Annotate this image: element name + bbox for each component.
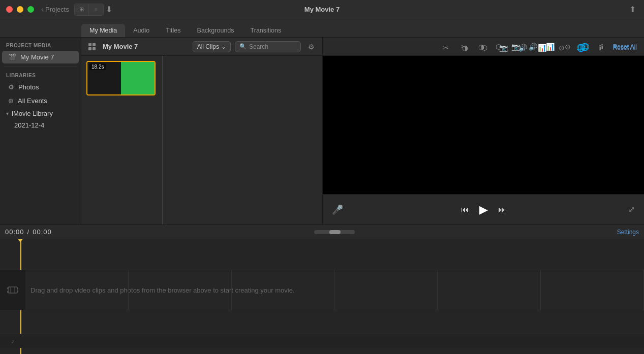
main-content: PROJECT MEDIA 🎬 My Movie 7 LIBRARIES ⚙ P… [0, 38, 644, 224]
sidebar-library-name: iMovie Library [12, 110, 53, 117]
svg-rect-7 [17, 287, 18, 289]
preview-video [323, 56, 644, 194]
clip-green-half [121, 62, 155, 94]
audio-track-icon: ♪ [0, 337, 25, 345]
tab-audio[interactable]: Audio [125, 24, 158, 37]
titlebar-actions: ⬆ [627, 4, 638, 15]
timeline-header: 00:00 / 00:00 Settings [0, 225, 644, 239]
timecode-separator: / [27, 228, 30, 236]
skip-back-button[interactable]: ⏮ [461, 205, 469, 214]
svg-rect-2 [88, 47, 91, 50]
scrubber-line [163, 56, 163, 224]
sidebar: PROJECT MEDIA 🎬 My Movie 7 LIBRARIES ⚙ P… [0, 38, 81, 224]
add-icon: ⊕ [8, 97, 14, 105]
clips-filter-dropdown[interactable]: All Clips ⌄ [193, 41, 231, 52]
sidebar-divider-1 [4, 66, 77, 67]
traffic-lights [6, 6, 34, 13]
fullscreen-button[interactable]: ⤢ [628, 205, 635, 214]
timeline-settings-button[interactable]: Settings [617, 229, 639, 236]
timeline-grid [25, 270, 644, 310]
search-box[interactable]: 🔍 [235, 41, 301, 52]
preview-panel: ✂ ◑ ⬡ 📷 🔊 📊 ⊙ 🌐 ℹ Reset All 🎤 ⏮ ▶ ⏭ ⤢ [323, 38, 644, 224]
view-toggle: ⊞ ≡ [74, 4, 104, 16]
globe-icon[interactable]: 🌐 [574, 41, 588, 54]
share-button[interactable]: ⬆ [627, 4, 638, 15]
titlebar-title: My Movie 7 [304, 6, 340, 13]
svg-rect-3 [93, 47, 96, 50]
crop-icon[interactable]: ⬡ [478, 41, 491, 54]
crop-tool-icon[interactable]: ✂ [439, 41, 452, 54]
zoom-track[interactable] [314, 230, 355, 234]
sidebar-item-my-movie[interactable]: 🎬 My Movie 7 [2, 51, 79, 63]
camera-icon[interactable]: 📷 [497, 41, 510, 54]
speedometer-icon[interactable]: 📊 [536, 41, 549, 54]
tab-backgrounds[interactable]: Backgrounds [189, 24, 242, 37]
stabilize-icon[interactable]: ⊙ [555, 41, 568, 54]
info-icon[interactable]: ℹ [594, 41, 607, 54]
libraries-label: LIBRARIES [0, 69, 81, 80]
close-button[interactable] [6, 6, 13, 13]
film-icon: 🎬 [8, 53, 16, 61]
timeline-grid-cell-3 [232, 270, 335, 310]
sidebar-all-events-label: All Events [18, 97, 47, 105]
browser-title: My Movie 7 [103, 43, 189, 50]
tabbar: My Media Audio Titles Backgrounds Transi… [0, 19, 644, 38]
timecode-current: 00:00 [5, 228, 24, 236]
clip-duration: 18.2s [89, 63, 106, 70]
share-icon: ⬆ [629, 5, 636, 14]
skip-forward-button[interactable]: ⏭ [498, 205, 506, 214]
browser-header: My Movie 7 All Clips ⌄ 🔍 ⚙ [81, 38, 322, 56]
tab-my-media[interactable]: My Media [81, 24, 125, 37]
browser-content: 18.2s [81, 56, 322, 224]
reset-all-button[interactable]: Reset All [613, 44, 637, 51]
view-toggle-grid[interactable]: ⊞ [75, 4, 89, 15]
clips-filter-label: All Clips [197, 43, 219, 50]
back-button[interactable]: ‹ Projects [41, 6, 69, 13]
sidebar-item-photos[interactable]: ⚙ Photos [2, 81, 79, 93]
timeline-grid-cell-5 [438, 270, 541, 310]
timecode-total: 00:00 [33, 228, 52, 236]
search-input[interactable] [249, 43, 295, 50]
sidebar-item-library[interactable]: ▾ iMovie Library [0, 108, 81, 119]
play-button[interactable]: ▶ [479, 203, 488, 216]
import-button[interactable]: ⬇ [104, 4, 115, 15]
timecode-display: 00:00 / 00:00 [5, 228, 52, 236]
timeline-content: Drag and drop video clips and photos fro… [0, 239, 644, 354]
download-icon: ⬇ [106, 5, 112, 14]
maximize-button[interactable] [27, 6, 34, 13]
playhead-marker [17, 239, 23, 242]
grid-view-button[interactable] [86, 41, 99, 53]
search-icon: 🔍 [239, 43, 247, 50]
chevron-down-icon: ⌄ [221, 43, 226, 50]
video-track-icon [0, 285, 25, 295]
tabbar-row: My Media Audio Titles Backgrounds Transi… [0, 19, 644, 38]
svg-rect-1 [93, 43, 96, 46]
sidebar-date-label: 2021-12-4 [14, 121, 44, 129]
titlebar: ‹ Projects ⊞ ≡ ⬇ My Movie 7 ⬆ [0, 0, 644, 19]
sidebar-project-name: My Movie 7 [20, 53, 54, 61]
svg-rect-5 [7, 287, 9, 289]
chevron-left-icon: ‹ [41, 6, 43, 13]
svg-rect-4 [8, 287, 17, 293]
browser-settings-button[interactable]: ⚙ [305, 41, 317, 53]
zoom-bar [314, 230, 355, 234]
timeline-grid-cell-1 [25, 270, 129, 310]
audio-icon[interactable]: 🔊 [516, 41, 530, 54]
zoom-thumb[interactable] [329, 230, 341, 234]
timeline-grid-cell-6 [541, 270, 644, 310]
microphone-button[interactable]: 🎤 [332, 204, 343, 215]
preview-controls: 🎤 ⏮ ▶ ⏭ ⤢ [323, 194, 644, 224]
clip-thumbnail[interactable]: 18.2s [86, 61, 156, 95]
view-toggle-list[interactable]: ≡ [89, 4, 103, 15]
project-media-label: PROJECT MEDIA [0, 39, 81, 50]
timeline-grid-cell-4 [334, 270, 438, 310]
minimize-button[interactable] [17, 6, 23, 13]
tab-transitions[interactable]: Transitions [242, 24, 290, 37]
grid-icon [88, 43, 97, 50]
sidebar-item-all-events[interactable]: ⊕ All Events [2, 94, 79, 107]
sidebar-item-date[interactable]: 2021-12-4 [0, 119, 81, 131]
tab-titles[interactable]: Titles [158, 24, 189, 37]
toolbar-right: ✂ ◑ ⬡ 📷 🔊 📊 ⊙ 🌐 ℹ Reset All [432, 39, 644, 57]
audio-track: ♪ [0, 334, 644, 348]
color-tool-icon[interactable]: ◑ [458, 41, 472, 54]
